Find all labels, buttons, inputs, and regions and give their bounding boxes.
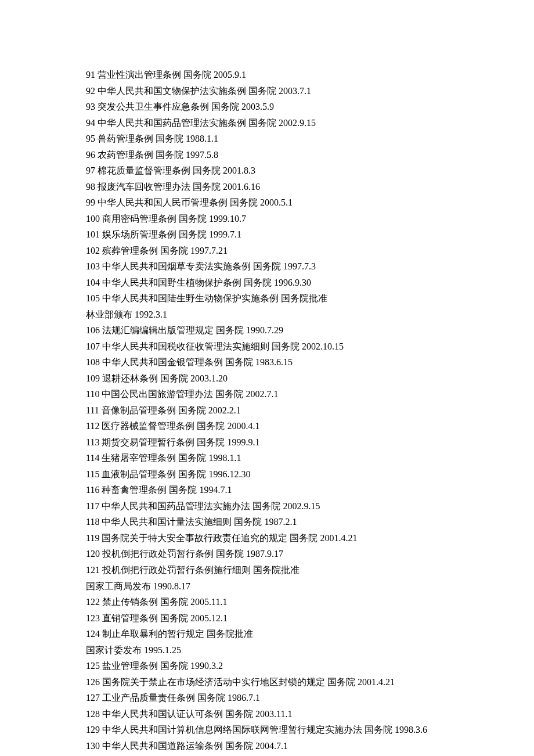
text-line: 124 制止牟取暴利的暂行规定 国务院批准 [86, 626, 450, 642]
text-line: 105 中华人民共和国陆生野生动物保护实施条例 国务院批准 [86, 290, 450, 307]
text-line: 101 娱乐场所管理条例 国务院 1999.7.1 [86, 226, 450, 243]
text-line: 107 中华人民共和国税收征收管理法实施细则 国务院 2002.10.15 [86, 339, 450, 355]
text-line: 123 直销管理条例 国务院 2005.12.1 [86, 610, 450, 627]
text-line: 109 退耕还林条例 国务院 2003.1.20 [86, 370, 450, 387]
text-line: 122 禁止传销条例 国务院 2005.11.1 [86, 594, 450, 610]
text-line: 104 中华人民共和国野生植物保护条例 国务院 1996.9.30 [86, 275, 450, 291]
text-line: 96 农药管理条例 国务院 1997.5.8 [86, 147, 450, 163]
text-line: 125 盐业管理条例 国务院 1990.3.2 [86, 658, 450, 674]
text-line: 国家计委发布 1995.1.25 [86, 642, 450, 658]
text-line: 99 中华人民共和国人民币管理条例 国务院 2000.5.1 [86, 195, 450, 211]
text-line: 129 中华人民共和国计算机信息网络国际联网管理暂行规定实施办法 国务院 199… [86, 722, 450, 738]
text-line: 113 期货交易管理暂行条例 国务院 1999.9.1 [86, 434, 450, 451]
text-line: 130 中华人民共和国道路运输条例 国务院 2004.7.1 [86, 738, 450, 754]
text-line: 120 投机倒把行政处罚暂行条例 国务院 1987.9.17 [86, 546, 450, 562]
text-line: 92 中华人民共和国文物保护法实施条例 国务院 2003.7.1 [86, 83, 450, 99]
text-line: 103 中华人民共和国烟草专卖法实施条例 国务院 1997.7.3 [86, 258, 450, 275]
text-line: 100 商用密码管理条例 国务院 1999.10.7 [86, 211, 450, 227]
text-line: 114 生猪屠宰管理条例 国务院 1998.1.1 [86, 450, 450, 466]
text-line: 127 工业产品质量责任条例 国务院 1986.7.1 [86, 690, 450, 706]
text-line: 115 血液制品管理条例 国务院 1996.12.30 [86, 466, 450, 483]
text-line: 97 棉花质量监督管理条例 国务院 2001.8.3 [86, 163, 450, 179]
text-line: 108 中华人民共和国金银管理条例 国务院 1983.6.15 [86, 354, 450, 370]
text-line: 111 音像制品管理条例 国务院 2002.2.1 [86, 402, 450, 419]
text-line: 119 国务院关于特大安全事故行政责任追究的规定 国务院 2001.4.21 [86, 530, 450, 546]
text-line: 95 兽药管理条例 国务院 1988.1.1 [86, 131, 450, 147]
text-line: 94 中华人民共和国药品管理法实施条例 国务院 2002.9.15 [86, 115, 450, 131]
text-line: 110 中国公民出国旅游管理办法 国务院 2002.7.1 [86, 386, 450, 402]
text-line: 117 中华人民共和国药品管理法实施办法 国务院 2002.9.15 [86, 498, 450, 514]
document-body: 91 营业性演出管理条例 国务院 2005.9.192 中华人民共和国文物保护法… [86, 67, 450, 756]
text-line: 131 电力供应与使用条例 国务院 1996.9.1 [86, 754, 450, 756]
text-line: 林业部颁布 1992.3.1 [86, 307, 450, 323]
text-line: 国家工商局发布 1990.8.17 [86, 578, 450, 595]
text-line: 126 国务院关于禁止在市场经济活动中实行地区封锁的规定 国务院 2001.4.… [86, 674, 450, 690]
text-line: 93 突发公共卫生事件应急条例 国务院 2003.5.9 [86, 99, 450, 115]
text-line: 118 中华人民共和国计量法实施细则 国务院 1987.2.1 [86, 514, 450, 530]
text-line: 121 投机倒把行政处罚暂行条例施行细则 国务院批准 [86, 562, 450, 578]
text-line: 112 医疗器械监督管理条例 国务院 2000.4.1 [86, 418, 450, 434]
text-line: 102 殡葬管理条例 国务院 1997.7.21 [86, 243, 450, 259]
text-line: 91 营业性演出管理条例 国务院 2005.9.1 [86, 67, 450, 83]
text-line: 106 法规汇编编辑出版管理规定 国务院 1990.7.29 [86, 322, 450, 339]
text-line: 128 中华人民共和国认证认可条例 国务院 2003.11.1 [86, 706, 450, 722]
text-line: 98 报废汽车回收管理办法 国务院 2001.6.16 [86, 179, 450, 195]
text-line: 116 种畜禽管理条例 国务院 1994.7.1 [86, 482, 450, 498]
